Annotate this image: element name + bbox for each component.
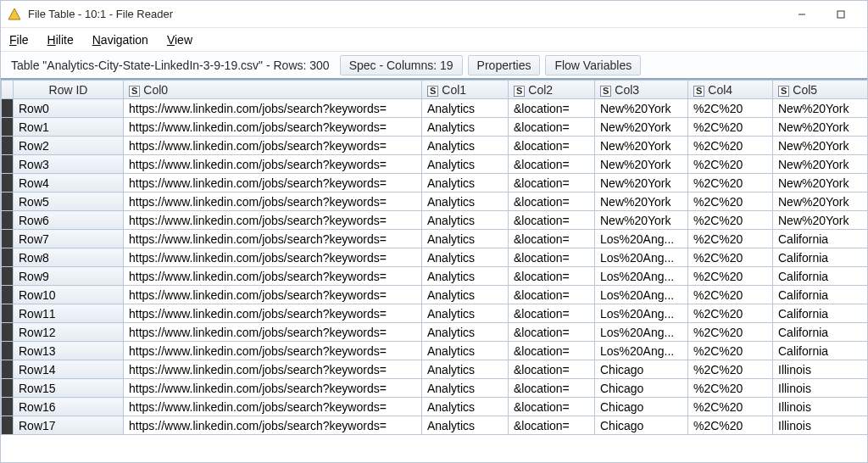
data-cell[interactable]: https://www.linkedin.com/jobs/search?key… [124, 118, 422, 137]
maximize-button[interactable] [821, 2, 860, 27]
table-row[interactable]: Row10https://www.linkedin.com/jobs/searc… [2, 286, 868, 304]
table-row[interactable]: Row4https://www.linkedin.com/jobs/search… [2, 174, 868, 192]
data-cell[interactable]: Analytics [422, 118, 509, 137]
data-cell[interactable]: https://www.linkedin.com/jobs/search?key… [124, 230, 422, 248]
table-row[interactable]: Row17https://www.linkedin.com/jobs/searc… [2, 416, 868, 435]
data-cell[interactable]: Analytics [422, 211, 509, 230]
data-cell[interactable]: &location= [509, 174, 595, 192]
data-cell[interactable]: &location= [509, 304, 595, 323]
data-cell[interactable]: https://www.linkedin.com/jobs/search?key… [124, 248, 422, 267]
data-cell[interactable]: Analytics [422, 360, 509, 379]
data-cell[interactable]: %2C%20 [688, 118, 773, 137]
data-cell[interactable]: Los%20Ang... [595, 286, 688, 304]
data-cell[interactable]: Illinois [773, 398, 868, 416]
data-cell[interactable]: %2C%20 [688, 99, 773, 118]
data-cell[interactable]: &location= [509, 230, 595, 248]
data-cell[interactable]: https://www.linkedin.com/jobs/search?key… [124, 416, 422, 435]
rowid-cell[interactable]: Row7 [14, 230, 124, 248]
data-cell[interactable]: Analytics [422, 398, 509, 416]
data-cell[interactable]: New%20York [773, 174, 868, 192]
data-cell[interactable]: &location= [509, 379, 595, 398]
data-cell[interactable]: %2C%20 [688, 248, 773, 267]
rowid-cell[interactable]: Row12 [14, 323, 124, 342]
data-cell[interactable]: https://www.linkedin.com/jobs/search?key… [124, 323, 422, 342]
menu-navigation[interactable]: Navigation [89, 31, 152, 48]
data-cell[interactable]: %2C%20 [688, 192, 773, 211]
minimize-button[interactable] [782, 2, 821, 27]
rowid-cell[interactable]: Row4 [14, 174, 124, 192]
col-header-col1[interactable]: SCol1 [422, 81, 509, 99]
col-header-col2[interactable]: SCol2 [509, 81, 595, 99]
data-cell[interactable]: California [773, 323, 868, 342]
data-cell[interactable]: New%20York [773, 137, 868, 155]
data-cell[interactable]: Analytics [422, 99, 509, 118]
table-row[interactable]: Row16https://www.linkedin.com/jobs/searc… [2, 398, 868, 416]
data-cell[interactable]: https://www.linkedin.com/jobs/search?key… [124, 192, 422, 211]
data-cell[interactable]: Analytics [422, 137, 509, 155]
data-cell[interactable]: Los%20Ang... [595, 248, 688, 267]
data-cell[interactable]: https://www.linkedin.com/jobs/search?key… [124, 174, 422, 192]
data-cell[interactable]: %2C%20 [688, 174, 773, 192]
data-cell[interactable]: https://www.linkedin.com/jobs/search?key… [124, 379, 422, 398]
tab-spec[interactable]: Spec - Columns: 19 [340, 55, 463, 75]
rowid-cell[interactable]: Row14 [14, 360, 124, 379]
menu-hilite[interactable]: Hilite [44, 31, 77, 48]
tab-flow-variables[interactable]: Flow Variables [545, 55, 641, 75]
rowid-cell[interactable]: Row15 [14, 379, 124, 398]
data-cell[interactable]: Analytics [422, 267, 509, 286]
data-cell[interactable]: Illinois [773, 416, 868, 435]
data-cell[interactable]: New%20York [773, 192, 868, 211]
data-cell[interactable]: New%20York [773, 155, 868, 174]
data-cell[interactable]: Analytics [422, 323, 509, 342]
data-cell[interactable]: %2C%20 [688, 230, 773, 248]
data-cell[interactable]: %2C%20 [688, 323, 773, 342]
data-cell[interactable]: &location= [509, 99, 595, 118]
data-cell[interactable]: California [773, 304, 868, 323]
tab-properties[interactable]: Properties [468, 55, 541, 75]
data-cell[interactable]: New%20York [773, 99, 868, 118]
data-cell[interactable]: %2C%20 [688, 155, 773, 174]
data-cell[interactable]: California [773, 286, 868, 304]
data-cell[interactable]: Analytics [422, 304, 509, 323]
rowid-cell[interactable]: Row5 [14, 192, 124, 211]
data-cell[interactable]: Chicago [595, 416, 688, 435]
data-cell[interactable]: California [773, 267, 868, 286]
menu-file[interactable]: File [6, 31, 32, 48]
table-row[interactable]: Row5https://www.linkedin.com/jobs/search… [2, 192, 868, 211]
data-cell[interactable]: Analytics [422, 416, 509, 435]
data-cell[interactable]: &location= [509, 267, 595, 286]
data-cell[interactable]: California [773, 342, 868, 360]
col-header-col5[interactable]: SCol5 [773, 81, 868, 99]
col-header-col0[interactable]: SCol0 [124, 81, 422, 99]
data-cell[interactable]: New%20York [595, 118, 688, 137]
data-cell[interactable]: Los%20Ang... [595, 304, 688, 323]
rowid-cell[interactable]: Row8 [14, 248, 124, 267]
data-cell[interactable]: Analytics [422, 379, 509, 398]
data-cell[interactable]: %2C%20 [688, 286, 773, 304]
data-cell[interactable]: New%20York [595, 211, 688, 230]
data-cell[interactable]: New%20York [773, 118, 868, 137]
table-row[interactable]: Row3https://www.linkedin.com/jobs/search… [2, 155, 868, 174]
data-cell[interactable]: New%20York [595, 99, 688, 118]
table-row[interactable]: Row13https://www.linkedin.com/jobs/searc… [2, 342, 868, 360]
rowid-cell[interactable]: Row11 [14, 304, 124, 323]
data-cell[interactable]: Analytics [422, 174, 509, 192]
rowid-cell[interactable]: Row3 [14, 155, 124, 174]
data-cell[interactable]: Chicago [595, 379, 688, 398]
data-cell[interactable]: %2C%20 [688, 416, 773, 435]
data-cell[interactable]: New%20York [773, 211, 868, 230]
data-cell[interactable]: New%20York [595, 155, 688, 174]
data-cell[interactable]: &location= [509, 118, 595, 137]
rowid-cell[interactable]: Row16 [14, 398, 124, 416]
data-cell[interactable]: Los%20Ang... [595, 342, 688, 360]
col-header-col3[interactable]: SCol3 [595, 81, 688, 99]
data-cell[interactable]: Los%20Ang... [595, 323, 688, 342]
data-cell[interactable]: Chicago [595, 360, 688, 379]
data-cell[interactable]: https://www.linkedin.com/jobs/search?key… [124, 155, 422, 174]
data-cell[interactable]: California [773, 230, 868, 248]
data-grid[interactable]: Row ID SCol0 SCol1 SCol2 SCol3 SCol4 SCo… [1, 80, 867, 435]
table-row[interactable]: Row14https://www.linkedin.com/jobs/searc… [2, 360, 868, 379]
data-cell[interactable]: https://www.linkedin.com/jobs/search?key… [124, 360, 422, 379]
data-cell[interactable]: Chicago [595, 398, 688, 416]
data-cell[interactable]: &location= [509, 137, 595, 155]
